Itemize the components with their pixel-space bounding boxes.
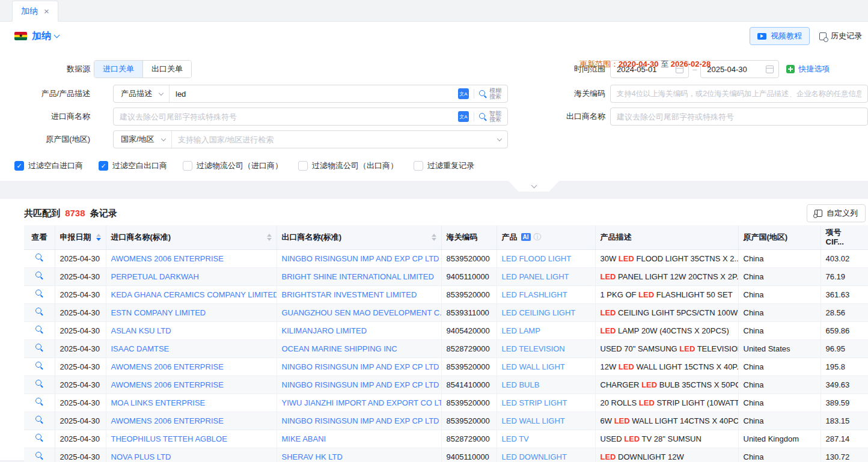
- view-record-button[interactable]: [35, 380, 43, 388]
- filter-checkbox[interactable]: 过滤物流公司（进口商）: [183, 160, 283, 171]
- product-cell: LED TELEVISION: [497, 339, 595, 357]
- col-date[interactable]: 申报日期: [55, 225, 106, 249]
- origin-field-select[interactable]: 国家/地区: [114, 131, 172, 148]
- exporter-link[interactable]: BRIGHTSTAR INVESTMENT LIMITED: [282, 290, 417, 299]
- exporter-link[interactable]: GUANGZHOU SEN MAO DEVELOPMENT C...: [282, 308, 442, 317]
- filter-checkbox[interactable]: 过滤空白出口商: [99, 160, 167, 171]
- origin-search-input[interactable]: [172, 131, 498, 148]
- exporter-link[interactable]: YIWU JIANZHI IMPORT AND EXPORT CO LTD: [282, 398, 442, 407]
- exporter-link[interactable]: MIKE ABANI: [282, 434, 326, 443]
- importer-link[interactable]: AWOMENS 2006 ENTERPRISE: [111, 416, 224, 425]
- product-link[interactable]: LED BULB: [502, 380, 540, 389]
- exporter-link[interactable]: KILIMANJARO LIMITED: [282, 326, 367, 335]
- product-link[interactable]: LED WALL LIGHT: [502, 362, 565, 371]
- chevron-down-icon[interactable]: [497, 136, 502, 141]
- desc-highlight: LED: [679, 344, 695, 353]
- hs-code-cell: 8539520000: [441, 249, 497, 267]
- end-date-input[interactable]: [707, 65, 762, 74]
- hs-code-cell: 8539311000: [441, 303, 497, 321]
- checkbox-icon[interactable]: [183, 161, 192, 171]
- product-field-select[interactable]: 产品描述: [114, 85, 170, 102]
- view-record-button[interactable]: [35, 326, 43, 333]
- checkbox-icon[interactable]: [414, 161, 423, 171]
- close-icon[interactable]: ×: [44, 7, 49, 16]
- col-importer[interactable]: 进口商名称(标准): [106, 225, 277, 249]
- collapse-filters-button[interactable]: [509, 181, 559, 192]
- importer-link[interactable]: AWOMENS 2006 ENTERPRISE: [111, 254, 224, 263]
- end-date-picker[interactable]: [700, 60, 779, 78]
- quick-options-button[interactable]: 快捷选项: [786, 64, 830, 74]
- product-link[interactable]: LED TELEVISION: [502, 344, 565, 353]
- exporter-link[interactable]: BRIGHT SHINE INTERNATIONAL LIMITED: [282, 272, 434, 281]
- importer-link[interactable]: AWOMENS 2006 ENTERPRISE: [111, 380, 224, 389]
- checkbox-icon[interactable]: [99, 161, 108, 171]
- exporter-link[interactable]: SHERAV HK LTD: [282, 452, 343, 461]
- tab-ghana[interactable]: 加纳 ×: [12, 1, 58, 22]
- fuzzy-search-button[interactable]: 模糊搜索: [479, 88, 501, 100]
- product-link[interactable]: LED FLASHLIGHT: [502, 290, 567, 299]
- view-record-button[interactable]: [35, 290, 43, 297]
- view-record-button[interactable]: [35, 416, 43, 424]
- importer-link[interactable]: KEDA GHANA CERAMICS COMPANY LIMITED: [111, 290, 277, 299]
- product-link[interactable]: LED LAMP: [502, 326, 540, 335]
- product-link[interactable]: LED TV: [502, 434, 529, 443]
- exporter-link[interactable]: NINGBO RISINGSUN IMP AND EXP CP LTD: [282, 362, 439, 371]
- filter-checkbox[interactable]: 过滤空白进口商: [14, 160, 83, 171]
- importer-link[interactable]: NOVA PLUS LTD: [111, 452, 171, 461]
- importer-link[interactable]: AWOMENS 2006 ENTERPRISE: [111, 362, 224, 371]
- checkbox-icon[interactable]: [298, 161, 308, 171]
- view-record-button[interactable]: [35, 434, 43, 442]
- datasource-export-option[interactable]: 出口关单: [142, 61, 191, 78]
- product-link[interactable]: LED CEILING LIGHT: [502, 308, 576, 317]
- translate-icon[interactable]: 文A: [458, 88, 469, 99]
- translate-icon[interactable]: 文A: [458, 111, 469, 122]
- exporter-link[interactable]: NINGBO RISINGSUN IMP AND EXP CP LTD: [282, 380, 439, 389]
- view-record-button[interactable]: [35, 272, 43, 279]
- product-link[interactable]: LED STRIP LIGHT: [502, 398, 567, 407]
- product-link[interactable]: LED FLOOD LIGHT: [502, 254, 572, 263]
- view-record-button[interactable]: [35, 362, 43, 369]
- chevron-down-icon[interactable]: [54, 32, 60, 38]
- smart-search-button[interactable]: 智能搜索: [479, 111, 501, 123]
- view-record-button[interactable]: [35, 452, 43, 460]
- importer-link[interactable]: THEOPHILUS TETTEH AGBLOE: [111, 434, 227, 443]
- exporter-input[interactable]: [611, 108, 867, 125]
- table-row: 2025-04-30AWOMENS 2006 ENTERPRISENINGBO …: [24, 357, 868, 375]
- video-tutorial-label: 视频教程: [771, 31, 802, 41]
- datasource-import-option[interactable]: 进口关单: [94, 61, 142, 78]
- importer-link[interactable]: ESTN COMPANY LIMITED: [111, 308, 206, 317]
- video-tutorial-button[interactable]: 视频教程: [750, 27, 810, 45]
- importer-link[interactable]: ASLAN KSU LTD: [111, 326, 171, 335]
- view-record-button[interactable]: [35, 254, 43, 261]
- importer-cell: AWOMENS 2006 ENTERPRISE: [106, 375, 277, 394]
- product-search-input[interactable]: [170, 85, 458, 102]
- exporter-link[interactable]: NINGBO RISINGSUN IMP AND EXP CP LTD: [282, 254, 439, 263]
- exporter-link[interactable]: OCEAN MARINE SHIPPING INC: [282, 344, 397, 353]
- view-record-button[interactable]: [35, 398, 43, 406]
- description-cell: CHARGER LED BULB 35CTNS X 50PCS: [595, 375, 738, 394]
- exporter-link[interactable]: NINGBO RISINGSUN IMP AND EXP CP LTD: [282, 416, 439, 425]
- col-exporter[interactable]: 出口商名称(标准): [277, 225, 441, 249]
- product-link[interactable]: LED DOWNLIGHT: [502, 452, 567, 461]
- customize-columns-button[interactable]: 自定义列: [807, 204, 866, 222]
- desc-text: FLASHLIGHT 50 SET: [654, 290, 733, 299]
- col-item-cif[interactable]: 项号CIF...: [821, 225, 868, 249]
- checkbox-icon[interactable]: [14, 161, 24, 171]
- origin-field-select-value: 国家/地区: [121, 134, 154, 145]
- declaration-date-cell: 2025-04-30: [55, 448, 106, 462]
- view-record-button[interactable]: [35, 344, 43, 351]
- importer-input[interactable]: [114, 108, 458, 125]
- checkbox-label: 过滤空白出口商: [112, 160, 167, 171]
- view-record-button[interactable]: [35, 308, 43, 315]
- history-label: 历史记录: [831, 31, 862, 41]
- filter-checkbox[interactable]: 过滤物流公司（出口商）: [298, 160, 398, 171]
- hs-code-input[interactable]: [611, 85, 867, 102]
- info-icon[interactable]: ⓘ: [534, 232, 542, 243]
- importer-link[interactable]: ISAAC DAMTSE: [111, 344, 170, 353]
- importer-link[interactable]: PERPETUAL DARKWAH: [111, 272, 199, 281]
- product-link[interactable]: LED WALL LIGHT: [502, 416, 565, 425]
- product-link[interactable]: LED PANEL LIGHT: [502, 272, 569, 281]
- filter-checkbox[interactable]: 过滤重复记录: [414, 160, 474, 171]
- importer-link[interactable]: MOA LINKS ENTERPRISE: [111, 398, 206, 407]
- history-button[interactable]: 历史记录: [819, 31, 862, 41]
